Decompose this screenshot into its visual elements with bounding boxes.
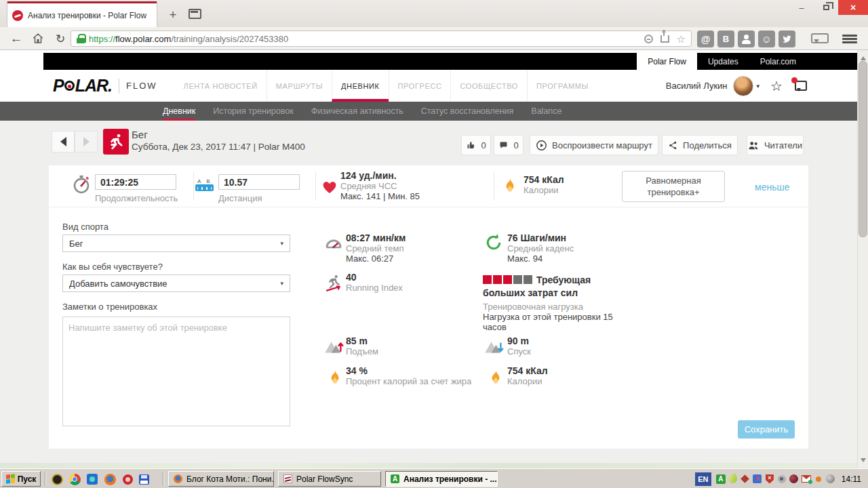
training-load-block: Требующая больших затрат сил Тренировочн…	[483, 274, 629, 332]
nav-community[interactable]: СООБЩЕСТВО	[450, 70, 527, 102]
tray-plugin-blocked-icon[interactable]: ×	[752, 474, 763, 485]
duration-label: Продолжительность	[95, 193, 178, 203]
sport-running-icon	[103, 129, 129, 155]
language-indicator[interactable]: EN	[695, 472, 711, 486]
quicklaunch-firefox-icon[interactable]	[103, 472, 117, 486]
home-icon[interactable]	[28, 27, 47, 50]
mailru-extension-icon[interactable]: @	[697, 30, 714, 47]
distance-input[interactable]	[218, 174, 300, 190]
task-label: Polar FlowSync	[296, 474, 353, 484]
nav-progress[interactable]: ПРОГРЕСС	[389, 70, 451, 102]
refresh-icon[interactable]: ↻	[52, 27, 69, 50]
save-button[interactable]: Сохранить	[738, 420, 795, 439]
sport-select[interactable]: Бег▾	[62, 235, 290, 252]
browser-tab[interactable]: Анализ тренировки - Polar Flow	[7, 1, 157, 27]
nav-feed[interactable]: ЛЕНТА НОВОСТЕЙ	[175, 70, 267, 102]
taskbar-separator	[163, 472, 164, 486]
minimize-button[interactable]: –	[789, 0, 814, 15]
heart-icon	[319, 176, 340, 197]
tray-darkred-swirl-icon[interactable]	[789, 474, 800, 485]
comment-icon	[498, 140, 509, 150]
polar-flow-logo[interactable]: PLAR. FLOW	[53, 76, 157, 96]
training-benefit-button[interactable]: Равномерная тренировка+	[622, 171, 725, 202]
url-bar[interactable]: https://flow.polar.com/training/analysis…	[71, 30, 692, 47]
quicklaunch-blue-app-icon[interactable]	[85, 472, 99, 486]
restore-button[interactable]	[814, 0, 838, 15]
select-caret-icon: ▾	[280, 240, 283, 247]
close-button[interactable]: ×	[838, 0, 868, 15]
page-scrollbar[interactable]	[857, 50, 868, 468]
running-index-block: 40 Running Index	[346, 272, 403, 293]
share-button[interactable]: Поделиться	[662, 135, 738, 155]
tray-green-a-icon[interactable]: A	[715, 474, 726, 485]
notifications-flag-icon[interactable]	[795, 81, 807, 91]
favorites-star-icon[interactable]: ☆	[770, 79, 783, 93]
topbar-link-updates[interactable]: Updates	[697, 53, 749, 70]
new-tab-button[interactable]: +	[164, 7, 182, 23]
nav-diary[interactable]: ДНЕВНИК	[332, 70, 389, 102]
vk-extension-icon[interactable]: B	[717, 30, 734, 47]
tray-webcam-icon[interactable]	[776, 474, 787, 485]
taskbar-button-blog[interactable]: Блог Кота Моти.: Пони...	[168, 471, 274, 487]
user-menu-caret-icon[interactable]: ▾	[757, 83, 760, 89]
start-button[interactable]: Пуск	[1, 471, 41, 487]
task-label: Анализ тренировки - ...	[403, 474, 496, 484]
nav-programs[interactable]: ПРОГРАММЫ	[527, 70, 597, 102]
replay-route-button[interactable]: Воспроизвести маршрут	[530, 135, 658, 155]
subnav-history[interactable]: История тренировок	[213, 102, 293, 121]
tray-orange-ring-icon[interactable]	[813, 474, 824, 485]
tray-gray-swirl-icon[interactable]	[825, 474, 836, 485]
hr-label: Средняя ЧСС	[340, 181, 420, 191]
quicklaunch-chrome-icon[interactable]	[68, 472, 81, 486]
taskbar-button-flowsync[interactable]: Polar FlowSync	[278, 471, 381, 487]
url-path: /training/analysis/2027453380	[171, 34, 288, 44]
tray-clock[interactable]: 14:11	[842, 474, 861, 484]
quicklaunch-opera-icon[interactable]	[121, 472, 134, 486]
scrollbar-up-icon[interactable]	[861, 54, 866, 60]
tray-mail-check-icon[interactable]	[801, 474, 812, 485]
hr-value: 124 уд./мин.	[340, 171, 420, 181]
readers-button[interactable]: Читатели	[747, 135, 804, 155]
pace-speedometer-icon	[323, 233, 344, 255]
scrollbar-down-icon[interactable]	[861, 458, 866, 465]
notes-textarea[interactable]	[62, 317, 290, 426]
subnav-diary[interactable]: Дневник	[163, 102, 195, 121]
menu-hamburger-icon[interactable]	[842, 35, 857, 43]
reader-mode-icon[interactable]	[644, 35, 653, 43]
share-page-icon[interactable]	[660, 35, 669, 43]
next-training-button[interactable]	[75, 131, 98, 152]
nav-routes[interactable]: МАРШРУТЫ	[267, 70, 332, 102]
tray-leaf-icon[interactable]	[728, 474, 738, 485]
twitter-extension-icon[interactable]	[778, 30, 795, 47]
chat-bubble-icon[interactable]	[811, 33, 829, 43]
quicklaunch-floppy-icon[interactable]	[137, 472, 151, 486]
duration-input[interactable]	[95, 174, 176, 190]
quicklaunch-daemon-icon[interactable]	[50, 472, 64, 486]
tray-shield-icon[interactable]: ×	[764, 474, 775, 485]
back-icon[interactable]: ←	[7, 27, 26, 50]
descent-value: 90 m	[507, 336, 531, 346]
polar-top-bar: Polar Flow Updates Polar.com	[43, 53, 857, 70]
bookmark-star-icon[interactable]: ☆	[677, 34, 686, 44]
tray-red-asterisk-icon[interactable]	[740, 474, 751, 485]
load-square-empty	[524, 275, 532, 284]
subnav-recovery[interactable]: Статус восстановления	[421, 102, 514, 121]
taskbar-button-analysis-active[interactable]: A Анализ тренировки - ...	[385, 471, 498, 487]
cadence-value: 76 Шаги/мин	[507, 233, 574, 243]
odnoklassniki-extension-icon[interactable]	[738, 30, 755, 47]
myworld-extension-icon[interactable]: ☺	[758, 30, 775, 47]
like-button[interactable]: 0	[461, 135, 491, 155]
comment-button[interactable]: 0	[494, 135, 524, 155]
topbar-link-polar-com[interactable]: Polar.com	[749, 53, 807, 70]
subnav-activity[interactable]: Физическая активность	[311, 102, 403, 121]
topbar-link-polar-flow[interactable]: Polar Flow	[637, 53, 697, 70]
feeling-select[interactable]: Добавить самочувствие▾	[62, 274, 290, 292]
prev-training-button[interactable]	[52, 131, 75, 152]
user-name[interactable]: Василий Лукин	[666, 81, 728, 91]
scrollbar-thumb[interactable]	[859, 61, 867, 237]
less-link[interactable]: меньше	[755, 182, 789, 192]
tab-groups-icon[interactable]	[189, 9, 201, 19]
subnav-balance[interactable]: Balance	[531, 102, 561, 121]
system-tray: EN A × × 14:11	[695, 469, 868, 488]
user-avatar[interactable]	[733, 76, 753, 96]
